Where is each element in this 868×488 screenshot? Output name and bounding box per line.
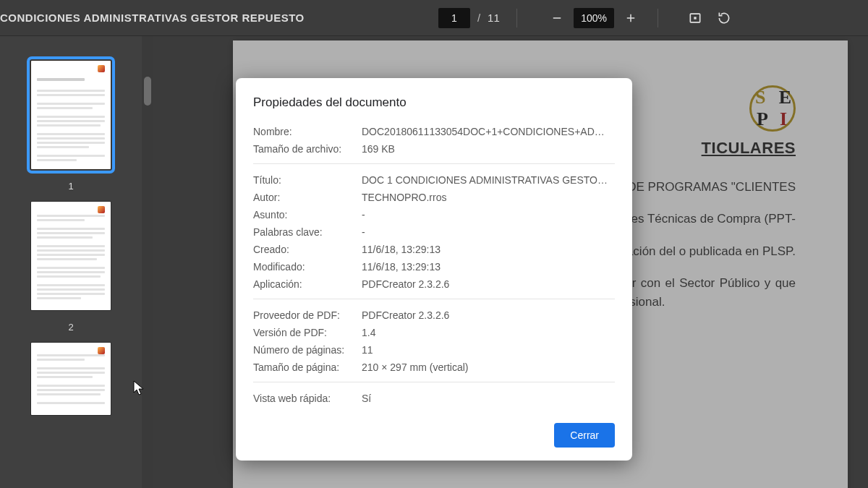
thumbnail-list: 1 xyxy=(0,58,142,415)
sepi-logo: SEPI xyxy=(749,85,796,132)
close-button[interactable]: Cerrar xyxy=(554,423,615,448)
fit-page-button[interactable] xyxy=(683,6,707,30)
svg-rect-4 xyxy=(694,17,696,19)
zoom-out-button[interactable] xyxy=(545,6,569,30)
document-title: CONDICIONES ADMINISTRATIVAS GESTOR REPUE… xyxy=(0,12,304,24)
prop-label-version: Versión de PDF: xyxy=(253,327,362,338)
toolbar-divider xyxy=(658,9,658,27)
thumbnail-page-2[interactable] xyxy=(31,202,111,310)
prop-label-keywords: Palabras clave: xyxy=(253,226,362,238)
thumbnail-label: 2 xyxy=(68,322,73,333)
prop-label-producer: Proveedor de PDF: xyxy=(253,309,362,321)
prop-value-pagesize: 210 × 297 mm (vertical) xyxy=(362,361,615,373)
thumbnail-sidebar: 1 xyxy=(0,36,153,488)
prop-value-subject: - xyxy=(362,209,615,221)
prop-label-filesize: Tamaño de archivo: xyxy=(253,143,362,155)
zoom-controls: 100% xyxy=(545,6,643,30)
toolbar-right-icons xyxy=(683,6,736,30)
thumbnail-page-1[interactable] xyxy=(31,61,111,169)
prop-value-title: DOC 1 CONDICIONES ADMINISTRATIVAS GESTOR… xyxy=(362,174,615,186)
prop-label-name: Nombre: xyxy=(253,126,362,137)
prop-value-pages: 11 xyxy=(362,344,615,356)
main-area: 1 xyxy=(0,36,868,488)
prop-label-title: Título: xyxy=(253,174,362,186)
dialog-section-file: Nombre:DOC20180611133054DOC+1+CONDICIONE… xyxy=(253,123,615,163)
toolbar: CONDICIONES ADMINISTRATIVAS GESTOR REPUE… xyxy=(0,0,868,36)
zoom-in-button[interactable] xyxy=(618,6,643,30)
prop-label-fastweb: Vista web rápida: xyxy=(253,393,362,404)
pdf-viewer-app: CONDICIONES ADMINISTRATIVAS GESTOR REPUE… xyxy=(0,0,868,488)
zoom-level[interactable]: 100% xyxy=(574,8,614,28)
page-navigator: / 11 xyxy=(438,8,502,28)
prop-label-pages: Número de páginas: xyxy=(253,344,362,356)
prop-label-created: Creado: xyxy=(253,244,362,255)
dialog-section-pdf: Proveedor de PDF:PDFCreator 2.3.2.6 Vers… xyxy=(253,299,615,382)
rotate-button[interactable] xyxy=(712,6,736,30)
prop-value-producer: PDFCreator 2.3.2.6 xyxy=(362,309,615,321)
prop-value-modified: 11/6/18, 13:29:13 xyxy=(362,261,615,273)
prop-label-author: Autor: xyxy=(253,192,362,203)
dialog-section-web: Vista web rápida:Sí xyxy=(253,382,615,413)
page-number-input[interactable] xyxy=(438,8,470,28)
toolbar-divider xyxy=(516,9,517,27)
prop-label-app: Aplicación: xyxy=(253,278,362,290)
prop-value-author: TECHNOPRO.rros xyxy=(362,192,615,203)
thumbnail-label: 1 xyxy=(68,181,73,192)
svg-rect-2 xyxy=(630,14,631,22)
prop-value-name: DOC20180611133054DOC+1+CONDICIONES+AD… xyxy=(362,126,615,137)
prop-label-modified: Modificado: xyxy=(253,261,362,273)
svg-rect-0 xyxy=(553,17,561,19)
prop-value-filesize: 169 KB xyxy=(362,143,615,155)
prop-value-version: 1.4 xyxy=(362,327,615,338)
prop-value-app: PDFCreator 2.3.2.6 xyxy=(362,278,615,290)
page-total: 11 xyxy=(488,12,502,24)
prop-value-keywords: - xyxy=(362,226,615,238)
document-properties-dialog: Propiedades del documento Nombre:DOC2018… xyxy=(236,78,632,461)
page-separator: / xyxy=(477,12,480,24)
dialog-title: Propiedades del documento xyxy=(253,95,615,110)
prop-value-created: 11/6/18, 13:29:13 xyxy=(362,244,615,255)
dialog-section-meta: Título:DOC 1 CONDICIONES ADMINISTRATIVAS… xyxy=(253,163,615,299)
thumbnail-page-3[interactable] xyxy=(31,343,111,415)
dialog-actions: Cerrar xyxy=(253,423,615,448)
sidebar-scroll-thumb[interactable] xyxy=(144,77,151,106)
prop-label-pagesize: Tamaño de página: xyxy=(253,361,362,373)
prop-value-fastweb: Sí xyxy=(362,393,615,404)
prop-label-subject: Asunto: xyxy=(253,209,362,221)
sidebar-scrollbar[interactable] xyxy=(142,36,153,488)
